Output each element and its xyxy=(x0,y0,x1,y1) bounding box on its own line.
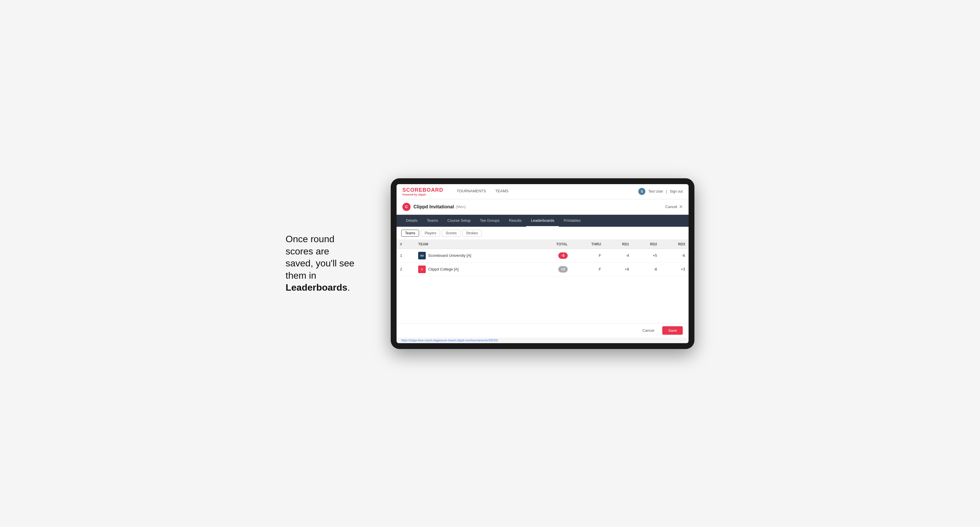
team-name: Scoreboard University [A] xyxy=(428,253,471,258)
tournament-cancel-button[interactable]: Cancel ✕ xyxy=(665,204,683,210)
logo-area: SCOREBOARD Powered by clippd xyxy=(402,187,443,196)
footer-save-button[interactable]: Save xyxy=(662,326,683,335)
top-nav: SCOREBOARD Powered by clippd TOURNAMENTS… xyxy=(396,184,689,199)
rank-cell: 1 xyxy=(396,249,415,262)
rank-cell: 2 xyxy=(396,262,415,276)
total-cell: -5 xyxy=(535,249,571,262)
team-logo: SU xyxy=(418,252,426,259)
tab-leaderboards[interactable]: Leaderboards xyxy=(526,215,559,227)
leaderboard-table: # TEAM TOTAL THRU RD1 RD2 RD3 1 xyxy=(396,240,689,276)
total-cell: +3 xyxy=(535,262,571,276)
tournament-subtitle: (Men) xyxy=(456,205,466,209)
separator: | xyxy=(666,189,667,194)
tab-results[interactable]: Results xyxy=(504,215,526,227)
tab-details[interactable]: Details xyxy=(401,215,422,227)
app-footer: Cancel Save xyxy=(396,323,689,338)
nav-teams[interactable]: TEAMS xyxy=(491,184,513,199)
col-thru: THRU xyxy=(571,240,605,249)
col-total: TOTAL xyxy=(535,240,571,249)
sign-out-link[interactable]: Sign out xyxy=(670,189,683,194)
filter-strokes-button[interactable]: Strokes xyxy=(462,230,482,237)
tab-teams[interactable]: Teams xyxy=(422,215,443,227)
rd2-cell: -8 xyxy=(633,262,660,276)
rd1-cell: +8 xyxy=(605,262,633,276)
filter-players-button[interactable]: Players xyxy=(421,230,440,237)
score-badge: -5 xyxy=(558,252,568,259)
close-icon: ✕ xyxy=(679,204,683,210)
col-rd1: RD1 xyxy=(605,240,633,249)
empty-space xyxy=(396,276,689,323)
tab-printables[interactable]: Printables xyxy=(559,215,585,227)
rd1-cell: -4 xyxy=(605,249,633,262)
nav-links: TOURNAMENTS TEAMS xyxy=(452,184,513,199)
tablet-frame: SCOREBOARD Powered by clippd TOURNAMENTS… xyxy=(391,178,694,349)
col-team: TEAM xyxy=(415,240,535,249)
footer-cancel-button[interactable]: Cancel xyxy=(638,327,659,334)
app-logo: SCOREBOARD xyxy=(402,187,443,193)
filter-scores-button[interactable]: Scores xyxy=(442,230,460,237)
thru-cell: F xyxy=(571,262,605,276)
side-description: Once round scores are saved, you'll see … xyxy=(286,233,373,294)
team-logo: C xyxy=(418,265,426,273)
nav-right: S Test User | Sign out xyxy=(638,188,683,195)
tournament-title: Clippd Invitational xyxy=(414,204,454,210)
team-cell: SU Scoreboard University [A] xyxy=(415,249,535,262)
rd2-cell: +5 xyxy=(633,249,660,262)
team-name: Clippd College [A] xyxy=(428,267,458,271)
tab-nav: Details Teams Course Setup Tee Groups Re… xyxy=(396,215,689,227)
user-avatar: S xyxy=(638,188,645,195)
score-badge: +3 xyxy=(558,266,568,273)
table-row: 1 SU Scoreboard University [A] -5 F xyxy=(396,249,689,262)
col-rd2: RD2 xyxy=(633,240,660,249)
status-bar: https://stage-blue-coach.stagescore boar… xyxy=(396,338,689,343)
tablet-screen: SCOREBOARD Powered by clippd TOURNAMENTS… xyxy=(396,184,689,343)
thru-cell: F xyxy=(571,249,605,262)
table-header-row: # TEAM TOTAL THRU RD1 RD2 RD3 xyxy=(396,240,689,249)
rd3-cell: +3 xyxy=(660,262,689,276)
col-rd3: RD3 xyxy=(660,240,689,249)
filter-teams-button[interactable]: Teams xyxy=(401,230,419,237)
tab-tee-groups[interactable]: Tee Groups xyxy=(476,215,504,227)
url-display: https://stage-blue-coach.stagescore boar… xyxy=(401,339,498,342)
rd3-cell: -6 xyxy=(660,249,689,262)
nav-tournaments[interactable]: TOURNAMENTS xyxy=(452,184,491,199)
team-cell: C Clippd College [A] xyxy=(415,262,535,276)
table-row: 2 C Clippd College [A] +3 F xyxy=(396,262,689,276)
tournament-icon: C xyxy=(402,203,410,211)
content-area: # TEAM TOTAL THRU RD1 RD2 RD3 1 xyxy=(396,240,689,323)
tournament-header: C Clippd Invitational (Men) Cancel ✕ xyxy=(396,199,689,215)
filter-bar: Teams Players Scores Strokes xyxy=(396,227,689,240)
tab-course-setup[interactable]: Course Setup xyxy=(443,215,476,227)
col-rank: # xyxy=(396,240,415,249)
user-name: Test User xyxy=(648,189,663,194)
powered-by: Powered by clippd xyxy=(402,193,443,196)
